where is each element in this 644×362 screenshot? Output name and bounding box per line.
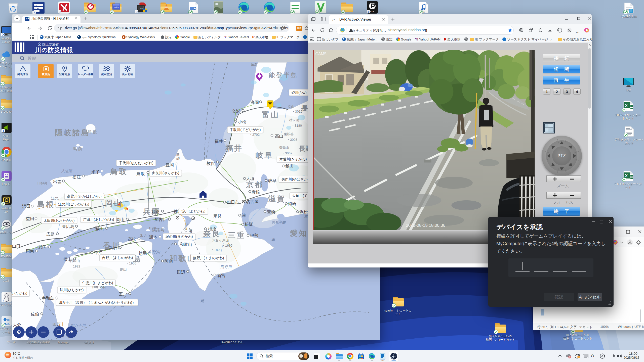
svg-text:・1800: ・1800 [211, 248, 221, 252]
svg-text:江の川: 江の川 [51, 196, 62, 200]
svg-text:富山: 富山 [262, 110, 279, 119]
svg-text:福井: 福井 [214, 139, 223, 144]
svg-text:東広島: 東広島 [62, 224, 74, 229]
svg-text:広島: 広島 [46, 232, 55, 236]
svg-text:浜田: 浜田 [22, 204, 30, 209]
svg-text:奈良: 奈良 [213, 213, 222, 218]
svg-text:阿南: 阿南 [165, 259, 173, 263]
svg-text:洲本: 洲本 [149, 235, 157, 239]
svg-text:・3015: ・3015 [292, 110, 302, 113]
svg-text:室戸: 室戸 [119, 292, 127, 296]
svg-text:浜名湖: 浜名湖 [272, 220, 282, 224]
svg-text:宍道湖: 宍道湖 [61, 169, 72, 173]
svg-text:津: 津 [242, 213, 246, 217]
svg-text:豊橋: 豊橋 [267, 209, 275, 214]
svg-text:米子: 米子 [91, 170, 100, 174]
svg-text:愛知: 愛知 [290, 229, 308, 237]
svg-text:京都: 京都 [246, 180, 264, 189]
svg-text:熊野川: 熊野川 [220, 264, 232, 269]
svg-text:剣山: 剣山 [120, 267, 127, 271]
svg-text:敦賀: 敦賀 [207, 161, 215, 166]
svg-text:隠岐諸島: 隠岐諸島 [55, 128, 90, 137]
svg-text:四日市: 四日市 [227, 200, 239, 204]
svg-text:宇和島: 宇和島 [42, 296, 54, 300]
svg-text:松阪: 松阪 [245, 222, 253, 227]
svg-text:伊勢: 伊勢 [250, 233, 258, 238]
svg-text:CPU: CPU [139, 7, 143, 10]
svg-text:鳥取: 鳥取 [136, 172, 145, 176]
svg-text:今治: 今治 [94, 250, 103, 255]
svg-text:松江: 松江 [72, 175, 81, 179]
svg-text:周南: 周南 [26, 249, 34, 253]
svg-text:・1695: ・1695 [222, 244, 232, 247]
svg-text:加古川: 加古川 [154, 217, 167, 222]
svg-text:鳥取: 鳥取 [110, 167, 128, 176]
svg-text:大山: 大山 [95, 225, 102, 229]
svg-text:島根: 島根 [37, 200, 55, 208]
svg-text:島後: 島後 [88, 129, 98, 134]
svg-text:佐伯: 佐伯 [31, 312, 39, 316]
svg-text:出雲: 出雲 [53, 179, 61, 184]
svg-text:立山: 立山 [288, 105, 294, 108]
svg-text:浜松: 浜松 [300, 209, 308, 214]
svg-text:田辺: 田辺 [177, 270, 185, 274]
svg-text:島前: 島前 [73, 147, 83, 151]
svg-text:1982: 1982 [73, 264, 80, 268]
svg-text:三重: 三重 [228, 231, 246, 239]
svg-text:能登半島: 能登半島 [269, 71, 298, 79]
svg-text:・1510: ・1510 [145, 226, 156, 230]
svg-text:輪島: 輪島 [251, 63, 258, 67]
svg-text:槍ヶ岳: 槍ヶ岳 [289, 118, 299, 122]
svg-text:彦根: 彦根 [252, 190, 260, 194]
svg-text:豊岡: 豊岡 [166, 163, 174, 167]
svg-text:・2702: ・2702 [249, 133, 260, 137]
svg-text:岐阜: 岐阜 [256, 151, 273, 159]
svg-text:和歌山: 和歌山 [180, 242, 192, 247]
svg-text:山口: 山口 [12, 244, 20, 248]
svg-text:大垣: 大垣 [246, 176, 255, 181]
svg-text:X: X [625, 103, 628, 108]
svg-text:新居: 新居 [109, 245, 117, 250]
svg-text:高山: 高山 [275, 134, 283, 138]
svg-text:福井: 福井 [225, 144, 243, 152]
svg-text:・1955: ・1955 [126, 261, 136, 265]
svg-text:岡山: 岡山 [116, 217, 125, 222]
svg-text:・3180: ・3180 [291, 124, 302, 127]
svg-text:姫路: 姫路 [151, 209, 160, 214]
svg-text:石鎚山: 石鎚山 [69, 259, 80, 263]
svg-text:X: X [625, 173, 628, 178]
svg-text:滋賀: 滋賀 [268, 195, 286, 203]
svg-text:高松: 高松 [128, 237, 136, 241]
svg-text:岩国: 岩国 [38, 245, 47, 249]
svg-text:高岡: 高岡 [251, 100, 259, 105]
svg-text:・3026: ・3026 [287, 138, 297, 142]
svg-text:堺: 堺 [188, 229, 193, 233]
svg-text:橿原: 橿原 [208, 227, 217, 231]
svg-text:Ackie: Ackie [114, 6, 119, 9]
svg-text:四万十: 四万十 [52, 322, 65, 327]
svg-text:小松: 小松 [238, 119, 247, 124]
svg-text:大台ヶ原山: 大台ヶ原山 [212, 238, 229, 242]
svg-text:金沢: 金沢 [232, 109, 240, 113]
svg-text:岐阜: 岐阜 [268, 178, 276, 183]
svg-text:御嶽山: 御嶽山 [279, 146, 289, 149]
svg-text:NTE: NTE [370, 10, 374, 13]
svg-text:乗鞍岳: 乗鞍岳 [284, 132, 294, 136]
svg-text:益田: 益田 [26, 216, 34, 221]
svg-text:飯田: 飯田 [285, 164, 294, 168]
svg-text:CAM5: CAM5 [315, 52, 326, 56]
svg-text:氷ノ山: 氷ノ山 [140, 234, 150, 238]
svg-text:・3067: ・3067 [282, 151, 292, 155]
svg-text:岡山: 岡山 [105, 199, 123, 207]
svg-text:日御碕: 日御碕 [37, 181, 47, 185]
svg-text:2025-08-15 18:00:36: 2025-08-15 18:00:36 [406, 223, 445, 228]
svg-text:名古屋: 名古屋 [246, 199, 259, 204]
svg-text:新宮: 新宮 [217, 273, 225, 278]
svg-text:岡崎: 岡崎 [288, 201, 296, 206]
svg-text:長: 長 [301, 105, 308, 112]
svg-text:徳島: 徳島 [139, 251, 147, 255]
